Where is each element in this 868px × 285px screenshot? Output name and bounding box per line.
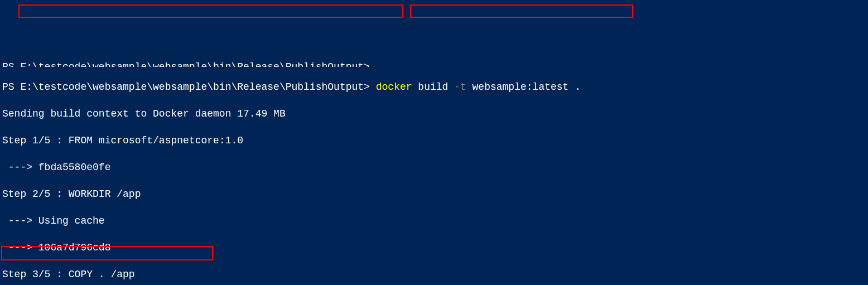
highlight-box-path — [18, 4, 403, 18]
cmd-build: build — [418, 81, 454, 93]
prompt-ps: PS — [2, 81, 20, 93]
cmd-tag: websample:latest . — [472, 81, 581, 93]
cmd-docker: docker — [376, 81, 418, 93]
partial-top-line: PS E:\testcode\websample\websample\bin\R… — [2, 60, 866, 67]
highlight-box-command — [410, 4, 633, 18]
output-line: Step 1/5 : FROM microsoft/aspnetcore:1.0 — [2, 134, 866, 147]
cmd-flag: -t — [454, 81, 472, 93]
output-line: Step 2/5 : WORKDIR /app — [2, 187, 866, 201]
prompt-gt: > — [364, 81, 376, 93]
cmd-trail — [581, 81, 587, 93]
output-line: Sending build context to Docker daemon 1… — [2, 107, 866, 120]
output-line: ---> 106a7d796cd8 — [2, 241, 866, 254]
output-line: ---> Using cache — [2, 214, 866, 228]
prompt-line[interactable]: PS E:\testcode\websample\websample\bin\R… — [2, 80, 866, 94]
terminal-output[interactable]: PS E:\testcode\websample\websample\bin\R… — [2, 54, 866, 285]
prompt-path: E:\testcode\websample\websample\bin\Rele… — [20, 81, 364, 93]
output-line: ---> fbda5580e0fe — [2, 161, 866, 174]
output-line: Step 3/5 : COPY . /app — [2, 268, 866, 281]
